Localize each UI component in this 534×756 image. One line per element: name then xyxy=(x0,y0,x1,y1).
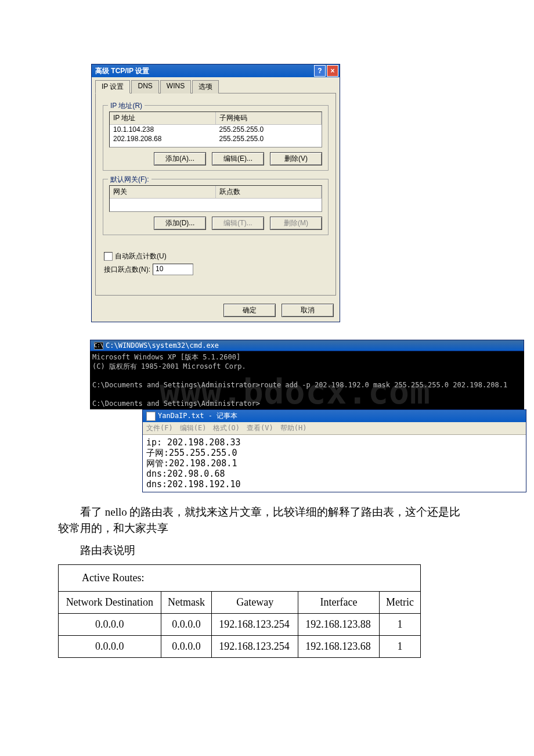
help-icon[interactable]: ? xyxy=(314,65,326,77)
group-ip-addresses: IP 地址(R) IP 地址 子网掩码 10.1.104.238 255.255… xyxy=(103,105,329,171)
article-body: 看了 nello 的路由表，就找来这片文章，比较详细的解释了路由表，这个还是比较… xyxy=(58,504,464,559)
cell-interface: 192.168.123.68 xyxy=(298,636,380,658)
notepad-window: YanDaIP.txt - 记事本 文件(F) 编辑(E) 格式(O) 查看(V… xyxy=(142,409,526,492)
group-ip-legend: IP 地址(R) xyxy=(108,101,145,111)
close-icon[interactable]: × xyxy=(327,65,338,77)
route-table-header: Active Routes: xyxy=(59,565,421,592)
menu-help[interactable]: 帮助(H) xyxy=(280,423,307,433)
cmd-line: (C) 版权所有 1985-2001 Microsoft Corp. xyxy=(92,362,246,370)
iface-metric-label: 接口跃点数(N): xyxy=(104,265,150,275)
list-row[interactable]: 10.1.104.238 255.255.255.0 xyxy=(110,125,322,134)
cell-metric: 1 xyxy=(379,636,420,658)
notepad-line: 子网:255.255.255.0 xyxy=(146,448,237,458)
auto-metric-label: 自动跃点计数(U) xyxy=(115,251,167,261)
table-row: 0.0.0.0 0.0.0.0 192.168.123.254 192.168.… xyxy=(59,614,421,636)
cmd-line: C:\Documents and Settings\Administrator>… xyxy=(92,381,507,389)
tab-strip: IP 设置 DNS WINS 选项 xyxy=(92,77,340,93)
col-ip-address: IP 地址 xyxy=(110,112,216,124)
notepad-icon xyxy=(146,412,156,421)
list-row[interactable]: 202.198.208.68 255.255.255.0 xyxy=(110,134,322,143)
col-gateway: 网关 xyxy=(110,186,216,198)
group-gw-legend: 默认网关(F): xyxy=(108,175,151,185)
article-p2: 路由表说明 xyxy=(58,542,464,559)
col-metric: Metric xyxy=(379,592,420,614)
notepad-body[interactable]: ip: 202.198.208.33 子网:255.255.255.0 网管:2… xyxy=(143,435,526,492)
cmd-line: Microsoft Windows XP [版本 5.1.2600] xyxy=(92,353,240,361)
group-default-gateway: 默认网关(F): 网关 跃点数 添加(D)... 编辑(T)... 删除(M) xyxy=(103,179,329,235)
cell-gateway: 192.168.123.254 xyxy=(212,614,298,636)
mask-cell: 255.255.255.0 xyxy=(216,134,322,143)
cmd-window: www.bdocx.com C:\ C:\WINDOWS\system32\cm… xyxy=(90,340,524,409)
gw-edit-button: 编辑(T)... xyxy=(212,217,264,230)
notepad-line: dns:202.198.192.10 xyxy=(146,479,241,489)
cmd-output[interactable]: Microsoft Windows XP [版本 5.1.2600] (C) 版… xyxy=(90,351,524,409)
gw-add-button[interactable]: 添加(D)... xyxy=(154,217,206,230)
iface-metric-input[interactable]: 10 xyxy=(153,264,193,275)
ip-listbox[interactable]: IP 地址 子网掩码 10.1.104.238 255.255.255.0 20… xyxy=(109,111,322,147)
ip-delete-button[interactable]: 删除(V) xyxy=(270,152,322,165)
notepad-line: ip: 202.198.208.33 xyxy=(146,437,241,448)
cell-dest: 0.0.0.0 xyxy=(59,636,161,658)
ok-button[interactable]: 确定 xyxy=(223,304,276,317)
cell-metric: 1 xyxy=(379,614,420,636)
ip-add-button[interactable]: 添加(A)... xyxy=(154,152,206,165)
tab-options[interactable]: 选项 xyxy=(192,80,219,93)
tab-dns[interactable]: DNS xyxy=(131,80,158,93)
cell-dest: 0.0.0.0 xyxy=(59,614,161,636)
col-subnet-mask: 子网掩码 xyxy=(216,112,322,124)
cell-interface: 192.168.123.88 xyxy=(298,614,380,636)
menu-view[interactable]: 查看(V) xyxy=(247,423,273,433)
menu-file[interactable]: 文件(F) xyxy=(146,423,173,433)
cell-gateway: 192.168.123.254 xyxy=(212,636,298,658)
ip-cell: 202.198.208.68 xyxy=(110,134,216,143)
mask-cell: 255.255.255.0 xyxy=(216,125,322,134)
gw-delete-button: 删除(M) xyxy=(270,217,322,230)
cmd-icon: C:\ xyxy=(94,342,103,350)
notepad-titlebar: YanDaIP.txt - 记事本 xyxy=(143,410,526,422)
tab-wins[interactable]: WINS xyxy=(160,80,191,93)
notepad-line: 网管:202.198.208.1 xyxy=(146,458,237,469)
ip-cell: 10.1.104.238 xyxy=(110,125,216,134)
cmd-titlebar: C:\ C:\WINDOWS\system32\cmd.exe xyxy=(90,340,524,351)
dialog-title: 高级 TCP/IP 设置 xyxy=(95,66,149,76)
tcpip-dialog: 高级 TCP/IP 设置 ? × IP 设置 DNS WINS 选项 IP 地址… xyxy=(91,64,340,322)
cell-mask: 0.0.0.0 xyxy=(161,636,212,658)
ip-edit-button[interactable]: 编辑(E)... xyxy=(212,152,264,165)
table-row: Active Routes: xyxy=(59,565,421,592)
metric-block: 自动跃点计数(U) 接口跃点数(N): 10 xyxy=(103,243,329,282)
route-table: Active Routes: Network Destination Netma… xyxy=(58,564,421,658)
cmd-title-path: C:\WINDOWS\system32\cmd.exe xyxy=(106,341,219,350)
col-interface: Interface xyxy=(298,592,380,614)
table-row: 0.0.0.0 0.0.0.0 192.168.123.254 192.168.… xyxy=(59,636,421,658)
col-netmask: Netmask xyxy=(161,592,212,614)
tab-panel: IP 地址(R) IP 地址 子网掩码 10.1.104.238 255.255… xyxy=(95,93,336,296)
menu-format[interactable]: 格式(O) xyxy=(213,423,240,433)
notepad-menubar: 文件(F) 编辑(E) 格式(O) 查看(V) 帮助(H) xyxy=(143,422,526,435)
cancel-button[interactable]: 取消 xyxy=(282,304,334,317)
dialog-titlebar: 高级 TCP/IP 设置 ? × xyxy=(92,64,340,77)
table-row: Network Destination Netmask Gateway Inte… xyxy=(59,592,421,614)
col-hop-metric: 跃点数 xyxy=(216,186,322,198)
auto-metric-checkbox[interactable] xyxy=(104,252,113,261)
article-p1: 看了 nello 的路由表，就找来这片文章，比较详细的解释了路由表，这个还是比较… xyxy=(58,504,464,537)
notepad-title: YanDaIP.txt - 记事本 xyxy=(158,411,237,421)
notepad-line: dns:202.98.0.68 xyxy=(146,469,225,479)
gateway-listbox[interactable]: 网关 跃点数 xyxy=(109,185,322,212)
col-gateway: Gateway xyxy=(212,592,298,614)
tab-ip-settings[interactable]: IP 设置 xyxy=(95,80,130,93)
menu-edit[interactable]: 编辑(E) xyxy=(180,423,207,433)
col-network-destination: Network Destination xyxy=(59,592,161,614)
cmd-line: C:\Documents and Settings\Administrator> xyxy=(92,399,260,408)
cell-mask: 0.0.0.0 xyxy=(161,614,212,636)
